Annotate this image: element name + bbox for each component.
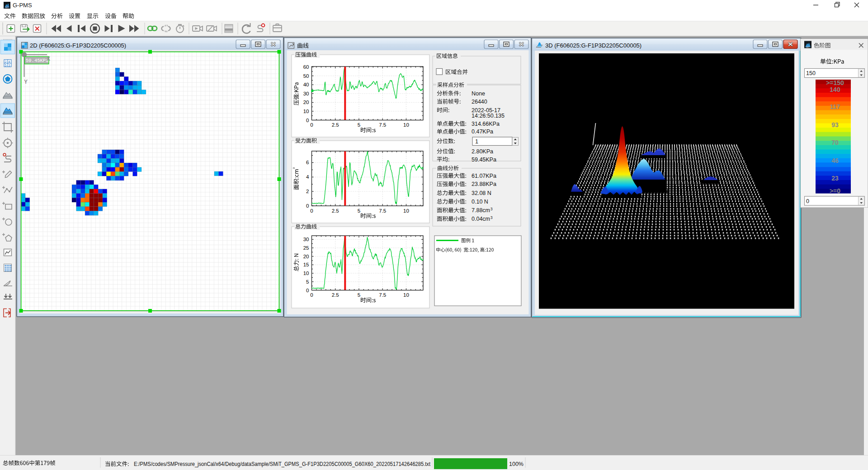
svg-text:5: 5 [306, 279, 309, 285]
svg-text:0: 0 [306, 203, 309, 209]
svg-text:2: 2 [306, 189, 309, 194]
svg-text:2.5: 2.5 [332, 122, 339, 128]
svg-text:5: 5 [358, 292, 360, 298]
svg-text:>=0: >=0 [830, 187, 840, 195]
svg-text:59.45KPa: 59.45KPa [26, 58, 48, 63]
svg-text:50: 50 [303, 73, 309, 79]
svg-text:140: 140 [830, 86, 840, 93]
svg-text:G-PMS: G-PMS [13, 2, 32, 9]
svg-text:10: 10 [403, 122, 409, 128]
svg-text:117: 117 [830, 103, 840, 110]
svg-text:15: 15 [303, 262, 309, 267]
svg-text:3: 3 [491, 215, 493, 220]
svg-text:7.5: 7.5 [379, 122, 386, 128]
svg-text:0: 0 [310, 292, 313, 298]
svg-text:0: 0 [306, 118, 309, 123]
svg-text:None: None [472, 90, 485, 97]
svg-text:4: 4 [306, 174, 309, 180]
svg-text:93: 93 [831, 121, 839, 128]
svg-text:30: 30 [303, 91, 309, 96]
svg-text:7.5: 7.5 [379, 208, 386, 214]
svg-text:7.5: 7.5 [379, 292, 386, 298]
svg-text:10: 10 [403, 208, 409, 214]
svg-text:5: 5 [358, 122, 360, 128]
svg-text:10: 10 [403, 292, 409, 298]
svg-text:26440: 26440 [472, 99, 487, 105]
svg-text:100%: 100% [509, 461, 524, 467]
svg-text:0: 0 [310, 122, 313, 128]
svg-text:5: 5 [5, 64, 7, 67]
svg-text:2.80KPa: 2.80KPa [472, 148, 493, 155]
svg-text:20: 20 [303, 254, 309, 259]
svg-text:23: 23 [831, 175, 839, 182]
svg-text:E:/PMS/codes/SMPressure_jsonCa: E:/PMS/codes/SMPressure_jsonCal/x64/Debu… [134, 461, 430, 467]
svg-text:0: 0 [806, 198, 809, 204]
svg-text:2: 2 [5, 60, 7, 63]
svg-text:60: 60 [303, 64, 309, 70]
svg-text:40: 40 [303, 82, 309, 87]
svg-text:5: 5 [358, 208, 360, 214]
svg-text:20: 20 [303, 100, 309, 105]
svg-text:MiT: MiT [806, 46, 810, 48]
svg-text:30: 30 [303, 237, 309, 242]
svg-text:3: 3 [491, 207, 493, 211]
svg-text:4: 4 [9, 60, 10, 63]
svg-text:6: 6 [306, 160, 309, 165]
svg-text:0.04cm: 0.04cm [472, 216, 490, 222]
svg-text:61.07KPa: 61.07KPa [472, 173, 496, 179]
svg-text:0: 0 [310, 208, 313, 214]
svg-text:Y: Y [24, 79, 28, 85]
svg-text:150: 150 [806, 70, 816, 76]
svg-text:7.88cm: 7.88cm [472, 207, 490, 214]
svg-text:2.5: 2.5 [332, 208, 339, 214]
svg-text:70: 70 [831, 139, 839, 146]
svg-text:0.47KPa: 0.47KPa [472, 128, 493, 135]
svg-text:3D (F606025:G-F1P3D2205C00005): 3D (F606025:G-F1P3D2205C00005) [545, 42, 642, 49]
svg-text:32.08 N: 32.08 N [472, 190, 491, 196]
svg-text:59.45KPa: 59.45KPa [472, 157, 496, 163]
svg-text:1: 1 [475, 138, 478, 145]
svg-text:10: 10 [303, 271, 309, 276]
svg-text:MiT: MiT [5, 6, 9, 9]
svg-text:X: X [47, 56, 50, 62]
svg-text:10: 10 [303, 109, 309, 114]
svg-text:25: 25 [303, 245, 309, 251]
svg-text:23.88KPa: 23.88KPa [472, 181, 496, 187]
svg-text:3: 3 [9, 64, 10, 67]
svg-text:2.5: 2.5 [332, 292, 339, 298]
svg-text:46: 46 [831, 157, 839, 164]
svg-text:14:26:50.135: 14:26:50.135 [472, 113, 505, 119]
svg-text:0.10 N: 0.10 N [472, 199, 488, 205]
svg-text:2D (F606025:G-F1P3D2205C00005): 2D (F606025:G-F1P3D2205C00005) [30, 42, 126, 49]
svg-text:314.66KPa: 314.66KPa [472, 121, 500, 127]
svg-text:0: 0 [306, 288, 309, 293]
svg-text:>=150: >=150 [826, 79, 844, 86]
